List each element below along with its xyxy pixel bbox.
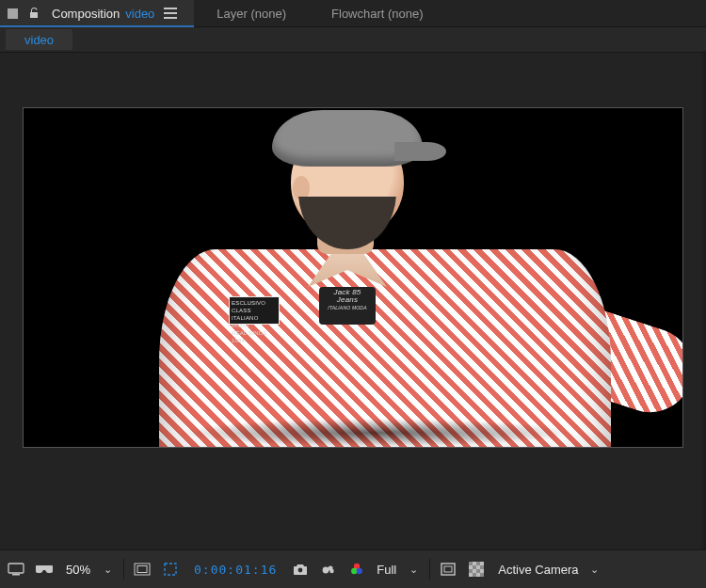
svg-rect-1	[12, 574, 20, 576]
svg-point-11	[357, 568, 362, 574]
unlock-icon[interactable]	[24, 3, 44, 24]
resolution-value[interactable]: Full	[377, 563, 396, 577]
tab-composition-label: Composition	[52, 7, 120, 21]
current-time[interactable]: 0:00:01:16	[194, 563, 277, 577]
svg-point-8	[330, 569, 334, 573]
comp-subtab-row: video	[0, 27, 706, 53]
svg-rect-12	[441, 564, 455, 575]
zoom-value[interactable]: 50%	[66, 563, 90, 577]
tab-composition[interactable]: Composition video	[0, 0, 194, 26]
svg-rect-13	[444, 566, 452, 572]
snapshot-icon[interactable]	[290, 559, 311, 580]
panel-menu-icon[interactable]	[164, 8, 177, 19]
resolution-dropdown-icon[interactable]: ⌄	[409, 564, 418, 576]
zoom-dropdown-icon[interactable]: ⌄	[104, 564, 112, 576]
cloud-share-icon[interactable]	[318, 559, 339, 580]
transparency-grid-icon[interactable]	[466, 559, 487, 580]
viewer-area[interactable]: ESCLUSIVO CLASSITALIANO MODAREAL SINCE 1…	[0, 53, 706, 550]
region-of-interest-icon[interactable]	[438, 559, 458, 580]
svg-rect-3	[137, 566, 147, 573]
mask-bounds-icon[interactable]	[160, 559, 181, 580]
viewer-footer: 50% ⌄ 0:00:01:16 Full ⌄ Active Camera ⌄	[0, 549, 706, 588]
comp-subtab-video[interactable]: video	[6, 29, 72, 50]
monitor-icon[interactable]	[6, 559, 26, 580]
comp-color-swatch	[8, 8, 18, 19]
svg-rect-0	[8, 564, 24, 573]
svg-rect-2	[135, 564, 150, 575]
color-management-icon[interactable]	[346, 559, 367, 580]
camera-value[interactable]: Active Camera	[498, 563, 578, 577]
panel-tab-row: Composition video Layer (none) Flowchart…	[0, 0, 706, 27]
composition-canvas[interactable]: ESCLUSIVO CLASSITALIANO MODAREAL SINCE 1…	[23, 107, 683, 448]
svg-rect-4	[165, 564, 176, 575]
rendered-frame-content: ESCLUSIVO CLASSITALIANO MODAREAL SINCE 1…	[131, 108, 639, 447]
goggles-icon[interactable]	[34, 559, 55, 580]
safe-zones-icon[interactable]	[132, 559, 152, 580]
tab-layer[interactable]: Layer (none)	[194, 0, 309, 26]
composition-panel: Composition video Layer (none) Flowchart…	[0, 0, 706, 588]
svg-point-6	[323, 567, 329, 574]
svg-point-5	[298, 568, 303, 573]
tab-flowchart[interactable]: Flowchart (none)	[309, 0, 446, 26]
camera-dropdown-icon[interactable]: ⌄	[590, 564, 599, 576]
tab-composition-link: video	[125, 7, 154, 21]
